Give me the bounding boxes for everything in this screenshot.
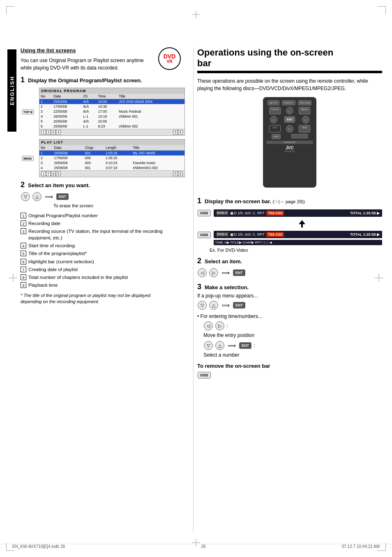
pl-col-chap: Chap xyxy=(84,145,105,151)
select-controls: ▽ △ ⟹ ENT : xyxy=(203,341,382,350)
osd-display-after-row2: TIME ⇒▶ TITLE▶ CHAP▶ RPT □□ □ ■ xyxy=(214,240,382,245)
arrow2: ⟹ xyxy=(221,269,230,276)
list-text-3: Recording source (TV station, the input … xyxy=(28,228,185,241)
up-btn[interactable]: △ xyxy=(32,192,42,201)
pl-row-4: 425/06/080010:07:19children001-002 xyxy=(39,165,184,170)
badge-9: 9 xyxy=(21,282,26,288)
original-program-screen-wrapper: TOP M ORIGINAL PROGRAM No Date Ch Time T… xyxy=(39,88,185,136)
step1-num: 1 xyxy=(21,76,25,84)
ops-title-line1: Operations using the on-screen xyxy=(197,47,333,58)
ops-step3-num: 3 xyxy=(197,283,201,291)
dvd-badge-line2: VR xyxy=(167,59,173,64)
svg-rect-9 xyxy=(301,224,303,227)
list-text-9: Playback time xyxy=(28,282,58,288)
osd-display-after-row1: DVD-V ▣D 2/0..0ch C. RPT T02-C03 TOTAL 1… xyxy=(214,231,382,238)
left-btn[interactable]: ◁ xyxy=(198,268,207,277)
list-text-1: Original Program/Playlist number xyxy=(28,212,98,219)
osd-bar-before: DVD-V ▣D 2/0..0ch C. RPT T02-C03 TOTAL 1… xyxy=(214,208,382,218)
playlist-wrapper: MENU PLAY LIST No Date Chap Length Title xyxy=(21,139,185,177)
ops-step3-header: 3 Make a selection. xyxy=(197,283,382,291)
step2-text: Select an item you want. xyxy=(28,182,90,188)
ops-title-line2: bar xyxy=(197,58,211,68)
pl-table: No Date Chap Length Title 125/05/080011:… xyxy=(39,145,184,170)
colon1: : xyxy=(226,323,228,329)
footnote-text: * The title of the original program or p… xyxy=(21,292,164,305)
dvd-vr-badge: DVD VR xyxy=(158,47,181,70)
popup-text: If a pop-up menu appears... xyxy=(197,293,382,299)
arrow4: ⟹ xyxy=(228,342,236,349)
step3-controls: ▽ △ ⟹ ENT xyxy=(197,300,382,310)
footer-right: 07.12.7 10:44:21 AM xyxy=(342,544,380,549)
right-column: Operations using the on-screen bar These… xyxy=(197,47,382,379)
op-nav: 1 2 3 4 5 6 xyxy=(39,129,184,135)
left-body-text: You can use Original Program or Playlist… xyxy=(21,57,156,72)
osd-button-remove[interactable]: OSD xyxy=(198,372,211,378)
badge-5: 5 xyxy=(21,251,26,256)
osd-crpt2: C. RPT xyxy=(252,232,265,237)
osd-track2: T02-C03 xyxy=(266,232,284,237)
ent-btn3[interactable]: ENT xyxy=(233,302,245,309)
op-col-title: Title xyxy=(118,94,184,99)
step2-header: 2 Select an item you want. xyxy=(21,181,185,189)
list-text-5: Title of the program/playlist* xyxy=(28,250,87,257)
select-text: Select a number xyxy=(203,352,382,358)
column-divider xyxy=(193,47,194,532)
remote-image-container: SETUP ASPECT RETURN TOP M △ MENU ◁ ENT ▷… xyxy=(197,97,382,192)
playlist-screen: PLAY LIST No Date Chap Length Title xyxy=(39,139,185,177)
down-btn2[interactable]: ▽ xyxy=(198,301,207,310)
op-row-1: 125/04/084ch19:00JVC DVD World 2004 xyxy=(39,99,184,104)
up-btn2[interactable]: △ xyxy=(209,301,218,310)
up-btn3[interactable]: △ xyxy=(215,341,224,350)
down-btn3[interactable]: ▽ xyxy=(204,341,213,350)
list-item-9: 9 Playback time xyxy=(21,282,185,288)
ent-btn2[interactable]: ENT xyxy=(233,269,245,276)
crosshair-left xyxy=(9,274,17,283)
osd-button-top[interactable]: OSD xyxy=(198,210,211,216)
osd-track: T02-C03 xyxy=(266,211,284,216)
arrow-down xyxy=(222,220,382,228)
osd-bar-after: DVD-V ▣D 2/0..0ch C. RPT T02-C03 TOTAL 1… xyxy=(214,229,382,246)
ops-title: Operations using the on-screen bar xyxy=(197,47,382,69)
section-title-list: Using the list screens xyxy=(21,47,76,53)
entering-controls-container: ◁ ▷ : Move the entry position ▽ △ ⟹ ENT … xyxy=(203,321,382,358)
pl-col-date: Date xyxy=(53,145,83,151)
ops-title-underbar xyxy=(197,71,382,73)
ops-step1-num: 1 xyxy=(197,197,201,205)
step1-text: Display the Original Program/Playlist sc… xyxy=(28,77,142,84)
right-btn2[interactable]: ▷ xyxy=(215,321,224,330)
left-btn2[interactable]: ◁ xyxy=(204,321,213,330)
pl-row-2: 217/06/080051:35:25 xyxy=(39,155,184,160)
ops-step1-ref: (☞(→ page 29)) xyxy=(272,199,305,204)
osd-display-before: DVD-V ▣D 2/0..0ch C. RPT T02-C03 TOTAL 1… xyxy=(214,209,382,217)
ent-btn[interactable]: ENT xyxy=(56,193,69,200)
ops-step2-text: Select an item. xyxy=(205,258,242,265)
list-item-7: 7 Creating date of playlist xyxy=(21,266,185,273)
osd-total: TOTAL 1:25:58 ▶ xyxy=(350,211,380,215)
dvd-v-label: DVD-V xyxy=(216,211,229,215)
topm-button-label: TOP M xyxy=(22,109,34,114)
arrow3: ⟹ xyxy=(221,302,230,309)
op-row-2: 217/05/088ch10:30 xyxy=(39,104,184,109)
list-text-8: Total number of chapters included in the… xyxy=(28,274,128,281)
remote-image: SETUP ASPECT RETURN TOP M △ MENU ◁ ENT ▷… xyxy=(263,97,316,188)
badge-7: 7 xyxy=(21,267,26,272)
pl-nav: 1 7 8 9 5 6 xyxy=(39,170,184,177)
op-row-4: 426/05/08L-113:19children 001 xyxy=(39,114,184,119)
playlist-screen-wrapper: MENU PLAY LIST No Date Chap Length Title xyxy=(39,139,185,177)
osd-button-bottom[interactable]: OSD xyxy=(198,232,211,238)
step2-controls: ▽ △ ⟹ ENT xyxy=(21,192,185,202)
ent-btn4[interactable]: ENT xyxy=(239,342,251,349)
op-row-3: 322/05/088ch17:00Music Festival xyxy=(39,109,184,114)
pl-col-title: Title xyxy=(131,145,184,151)
ex-label: Ex. For DVD-Video xyxy=(210,248,382,253)
remove-header: To remove the on-screen bar xyxy=(197,363,382,369)
right-btn[interactable]: ▷ xyxy=(209,268,218,277)
left-column: Using the list screens DVD VR You can us… xyxy=(21,47,185,305)
remove-osd-btn: OSD xyxy=(197,371,382,379)
ops-step1-text: Display the on-screen bar. (☞(→ page 29)… xyxy=(205,198,305,204)
down-btn[interactable]: ▽ xyxy=(21,192,30,201)
ops-step1-header: 1 Display the on-screen bar. (☞(→ page 2… xyxy=(197,197,382,205)
pl-row-3: 320/06/080030:10:23Favorite music xyxy=(39,160,184,165)
corner-mark-tr xyxy=(378,6,386,14)
svg-marker-8 xyxy=(299,220,305,224)
